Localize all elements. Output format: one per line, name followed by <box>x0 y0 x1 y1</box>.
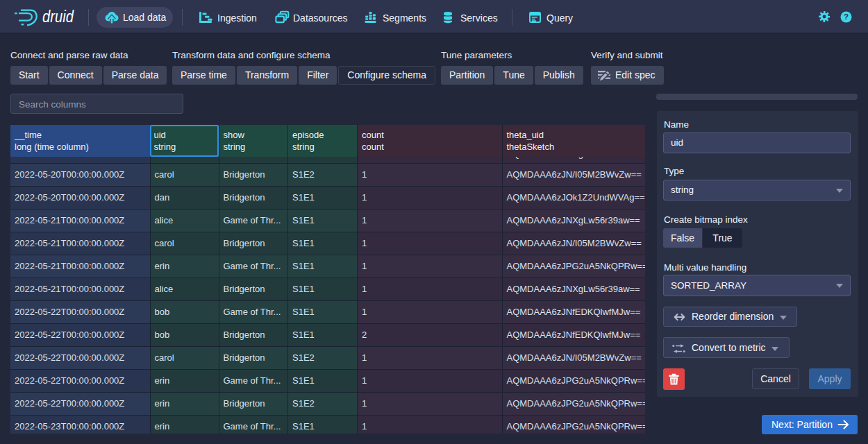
svg-text:?: ? <box>844 12 849 21</box>
